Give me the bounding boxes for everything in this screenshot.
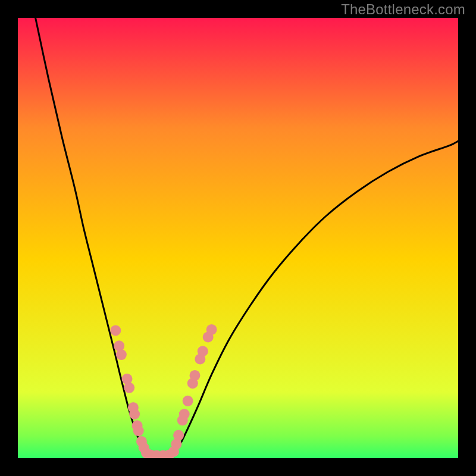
data-point (124, 383, 134, 393)
chart-frame: TheBottleneck.com (0, 0, 476, 476)
plot-area (18, 18, 458, 458)
chart-svg (18, 18, 458, 458)
data-point (179, 409, 190, 419)
data-point (189, 370, 200, 381)
watermark-text: TheBottleneck.com (341, 1, 465, 18)
data-point (133, 425, 144, 436)
data-point (110, 325, 121, 336)
data-point (173, 430, 184, 441)
data-point (198, 346, 208, 356)
data-point (116, 349, 127, 360)
data-point (129, 409, 140, 419)
data-point (183, 396, 193, 406)
gradient-background (18, 18, 458, 458)
data-point (206, 324, 217, 335)
